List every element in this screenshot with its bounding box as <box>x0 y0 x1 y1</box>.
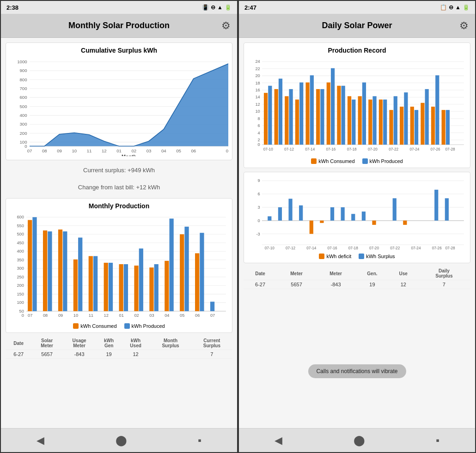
svg-text:18: 18 <box>255 81 260 85</box>
bar-produced-5 <box>109 263 113 311</box>
svg-text:100: 100 <box>17 300 24 305</box>
vibrate-icon: 📳 <box>202 4 209 11</box>
surplus-chart-svg: 9 6 3 0 -3 <box>248 176 466 252</box>
svg-text:02: 02 <box>134 313 139 318</box>
svg-text:07-24: 07-24 <box>409 147 419 151</box>
svg-rect-160 <box>288 199 292 220</box>
svg-text:07-26: 07-26 <box>431 147 440 151</box>
svg-rect-169 <box>393 198 397 220</box>
svg-text:700: 700 <box>20 86 27 91</box>
cell-current-surplus: 7 <box>191 350 232 359</box>
settings-icon-2[interactable]: ⚙ <box>459 20 469 32</box>
legend2-consumed: kWh Consumed <box>311 158 354 164</box>
legend-surplus-dot <box>359 254 364 259</box>
bottom-nav-1: ◀ ⬤ ▪ <box>1 428 237 452</box>
svg-rect-115 <box>337 86 341 145</box>
col-current-surplus: CurrentSurplus <box>191 337 232 350</box>
svg-text:07-10: 07-10 <box>265 246 275 250</box>
cell2-use: 12 <box>389 280 418 289</box>
cell-gen: 19 <box>96 350 121 359</box>
cumulative-chart-section: Cumulative Surplus kWh 1000 <box>6 42 232 160</box>
legend-produced-dot <box>124 323 130 329</box>
svg-rect-105 <box>285 96 288 145</box>
svg-rect-123 <box>379 100 383 145</box>
svg-text:07: 07 <box>27 148 32 153</box>
app-header-1: Monthly Solar Production ⚙ <box>1 14 237 38</box>
legend-deficit-dot <box>319 254 324 259</box>
recent-button-2[interactable]: ▪ <box>436 435 439 447</box>
home-button-1[interactable]: ⬤ <box>116 435 127 447</box>
svg-rect-114 <box>331 68 335 145</box>
svg-text:03: 03 <box>146 148 152 153</box>
monthly-chart-title: Monthly Production <box>10 202 228 210</box>
svg-text:07-12: 07-12 <box>286 246 295 250</box>
svg-rect-117 <box>348 96 351 145</box>
svg-rect-106 <box>289 89 293 145</box>
wifi-icon-2: ▲ <box>455 4 461 11</box>
svg-rect-120 <box>362 83 366 145</box>
svg-rect-172 <box>445 198 449 220</box>
svg-text:550: 550 <box>17 223 24 228</box>
col-usage-meter: UsageMeter <box>62 337 97 350</box>
legend2-consumed-label: kWh Consumed <box>318 158 354 164</box>
bar-consumed-6 <box>119 264 123 311</box>
svg-rect-133 <box>431 107 435 145</box>
svg-text:900: 900 <box>20 68 27 73</box>
col-month-surplus: MonthSurplus <box>150 337 191 350</box>
cell2-gen: 19 <box>355 280 389 289</box>
back-button-2[interactable]: ◀ <box>275 435 282 447</box>
svg-text:10: 10 <box>255 109 260 114</box>
stats-change: Change from last bill: +12 kWh <box>6 183 232 193</box>
svg-text:01: 01 <box>119 313 123 318</box>
svg-text:0: 0 <box>258 142 260 147</box>
recent-button-1[interactable]: ▪ <box>198 435 201 447</box>
phone-2: 2:47 📋 ⊖ ▲ 🔋 Daily Solar Power ⚙ Product… <box>238 0 476 453</box>
cell2-meter1: 5657 <box>277 280 316 289</box>
svg-text:8: 8 <box>258 116 260 121</box>
svg-text:07-14: 07-14 <box>305 147 315 151</box>
svg-text:05: 05 <box>180 313 184 318</box>
svg-text:10: 10 <box>73 313 78 318</box>
svg-rect-107 <box>295 100 299 145</box>
table-row-2: 6-27 5657 -843 19 12 7 <box>244 280 470 289</box>
phone-1: 2:38 📳 ⊖ ▲ 🔋 Monthly Solar Production ⚙ … <box>0 0 238 453</box>
cumulative-chart-title: Cumulative Surplus kWh <box>10 47 228 54</box>
svg-text:07-16: 07-16 <box>328 246 337 250</box>
svg-text:800: 800 <box>20 77 27 82</box>
production-record-section: Production Record <box>244 42 470 168</box>
signal-icon: ⊖ <box>211 4 215 11</box>
svg-text:12: 12 <box>104 313 109 318</box>
svg-text:400: 400 <box>17 249 24 254</box>
bar-consumed-2 <box>58 230 62 311</box>
svg-text:500: 500 <box>20 104 27 109</box>
svg-text:22: 22 <box>255 66 260 71</box>
svg-rect-136 <box>446 110 450 145</box>
svg-text:07-28: 07-28 <box>445 246 455 250</box>
sim-icon: 📋 <box>440 4 447 11</box>
cell-month-surplus <box>150 350 191 359</box>
data-table-2: Date Meter Meter Gen. Use DailySurplus 6… <box>244 267 470 289</box>
svg-text:08: 08 <box>42 148 47 153</box>
app-content-1: Cumulative Surplus kWh 1000 <box>1 38 237 428</box>
home-button-2[interactable]: ⬤ <box>354 435 365 447</box>
settings-icon-1[interactable]: ⚙ <box>221 20 231 32</box>
bar-produced-11 <box>200 233 204 311</box>
legend-consumed: kWh Consumed <box>73 323 116 329</box>
svg-rect-166 <box>351 214 355 220</box>
svg-text:09: 09 <box>57 148 62 153</box>
cell-used: 12 <box>122 350 150 359</box>
svg-text:6: 6 <box>258 123 260 128</box>
svg-text:07-22: 07-22 <box>389 147 398 151</box>
svg-text:9: 9 <box>258 178 260 183</box>
notification-text: Calls and notifications will vibrate <box>316 368 397 374</box>
surplus-legend: kWh deficit kWh Surplus <box>248 254 466 259</box>
col-solar-meter: SolarMeter <box>31 337 62 350</box>
legend-produced: kWh Produced <box>124 323 165 329</box>
col-kwh-used: kWhUsed <box>122 337 150 350</box>
col2-date: Date <box>244 267 277 280</box>
col-date: Date <box>6 337 31 350</box>
col2-meter1: Meter <box>277 267 316 280</box>
app-content-2: Production Record <box>239 38 475 428</box>
back-button-1[interactable]: ◀ <box>37 435 44 447</box>
svg-rect-118 <box>352 100 355 145</box>
